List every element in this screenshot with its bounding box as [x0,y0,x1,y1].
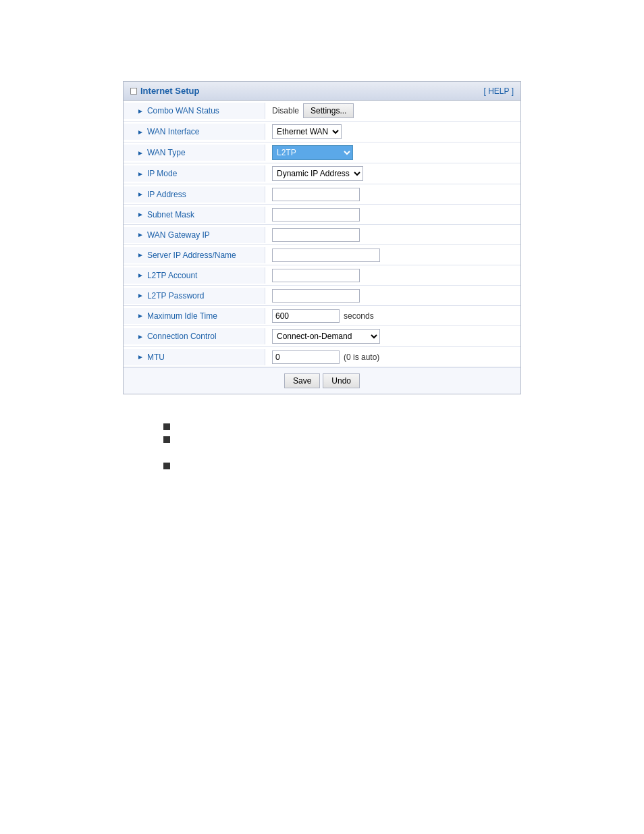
arrow-icon: ► [137,170,144,178]
l2tp-account-row: ► L2TP Account [124,265,520,286]
ip-mode-content: Dynamic IP Address Static IP Address [265,163,520,184]
subnet-mask-label: ► Subnet Mask [124,207,265,223]
l2tp-password-content [265,286,520,305]
wan-gateway-ip-label: ► WAN Gateway IP [124,227,265,243]
internet-setup-panel: Internet Setup [ HELP ] ► Combo WAN Stat… [123,81,521,394]
panel-title: Internet Setup [130,86,199,96]
server-ip-input[interactable] [272,249,380,262]
arrow-icon: ► [137,211,144,218]
bullet-icon-3 [163,463,170,469]
checkbox-icon [130,88,137,95]
arrow-icon: ► [137,353,144,361]
bullet-item-2 [163,434,521,443]
l2tp-account-content [265,266,520,285]
ip-address-row: ► IP Address [124,184,520,205]
ip-mode-select[interactable]: Dynamic IP Address Static IP Address [272,166,363,181]
arrow-icon: ► [137,251,144,259]
connection-control-content: Connect-on-Demand Keep Alive Manual [265,326,520,346]
l2tp-password-row: ► L2TP Password [124,286,520,306]
ip-mode-label: ► IP Mode [124,165,265,182]
panel-header: Internet Setup [ HELP ] [124,82,520,101]
arrow-icon: ► [137,292,144,299]
bullet-item-3 [163,461,521,469]
disable-text: Disable [272,106,299,115]
bullet-icon-1 [163,423,170,430]
max-idle-time-input[interactable] [272,309,340,323]
l2tp-account-label: ► L2TP Account [124,267,265,284]
arrow-icon: ► [137,107,144,115]
wan-gateway-ip-input[interactable] [272,228,360,242]
mtu-row: ► MTU (0 is auto) [124,347,520,367]
wan-gateway-ip-content [265,226,520,244]
settings-button[interactable]: Settings... [303,103,354,118]
max-idle-time-content: seconds [265,307,520,325]
ip-address-label: ► IP Address [124,186,265,203]
panel-title-text: Internet Setup [140,86,199,96]
combo-wan-status-label: ► Combo WAN Status [124,103,265,119]
connection-control-label: ► Connection Control [124,328,265,344]
arrow-icon: ► [137,231,144,238]
mtu-input[interactable] [272,350,340,364]
subnet-mask-content [265,205,520,224]
l2tp-password-label: ► L2TP Password [124,288,265,304]
help-link[interactable]: [ HELP ] [484,86,514,96]
combo-wan-status-row: ► Combo WAN Status Disable Settings... [124,101,520,122]
l2tp-account-input[interactable] [272,269,360,282]
wan-interface-label: ► WAN Interface [124,124,265,140]
l2tp-password-input[interactable] [272,289,360,303]
mtu-content: (0 is auto) [265,348,520,367]
arrow-icon: ► [137,128,144,136]
ip-mode-row: ► IP Mode Dynamic IP Address Static IP A… [124,163,520,184]
connection-control-row: ► Connection Control Connect-on-Demand K… [124,326,520,347]
subnet-mask-row: ► Subnet Mask [124,205,520,225]
combo-wan-status-content: Disable Settings... [265,101,520,121]
max-idle-time-label: ► Maximum Idle Time [124,308,265,324]
mtu-label: ► MTU [124,349,265,365]
wan-interface-select[interactable]: Ethernet WAN USB WAN [272,124,342,139]
arrow-icon: ► [137,271,144,279]
connection-control-select[interactable]: Connect-on-Demand Keep Alive Manual [272,329,380,344]
undo-button[interactable]: Undo [323,373,360,388]
wan-interface-content: Ethernet WAN USB WAN [265,122,520,142]
mtu-note: (0 is auto) [344,353,379,362]
arrow-icon: ► [137,190,144,198]
seconds-label: seconds [344,311,374,321]
bullet-item-1 [163,421,521,430]
bullet-icon-2 [163,436,170,443]
wan-type-select[interactable]: L2TP PPPoE Static IP Dynamic IP [272,145,353,160]
wan-type-label: ► WAN Type [124,145,265,161]
wan-interface-row: ► WAN Interface Ethernet WAN USB WAN [124,122,520,142]
arrow-icon: ► [137,312,144,319]
ip-address-input[interactable] [272,188,360,201]
wan-gateway-ip-row: ► WAN Gateway IP [124,225,520,245]
server-ip-label: ► Server IP Address/Name [124,247,265,263]
button-row: Save Undo [124,367,520,394]
ip-address-content [265,185,520,204]
bullet-section [123,421,521,469]
save-button[interactable]: Save [284,373,320,388]
wan-type-row: ► WAN Type L2TP PPPoE Static IP Dynamic … [124,142,520,163]
server-ip-row: ► Server IP Address/Name [124,245,520,265]
wan-type-content: L2TP PPPoE Static IP Dynamic IP [265,142,520,163]
arrow-icon: ► [137,149,144,157]
server-ip-content [265,246,520,265]
arrow-icon: ► [137,333,144,340]
max-idle-time-row: ► Maximum Idle Time seconds [124,306,520,326]
subnet-mask-input[interactable] [272,208,360,221]
